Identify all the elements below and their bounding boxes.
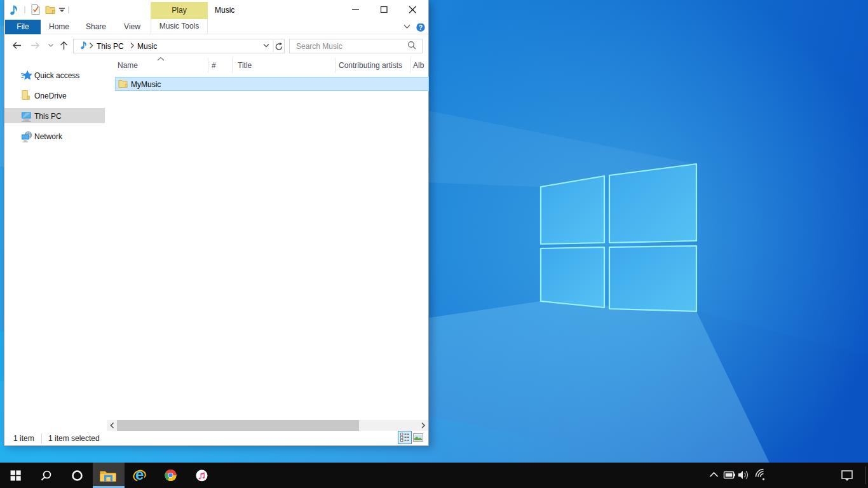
- svg-text:?: ?: [419, 24, 423, 31]
